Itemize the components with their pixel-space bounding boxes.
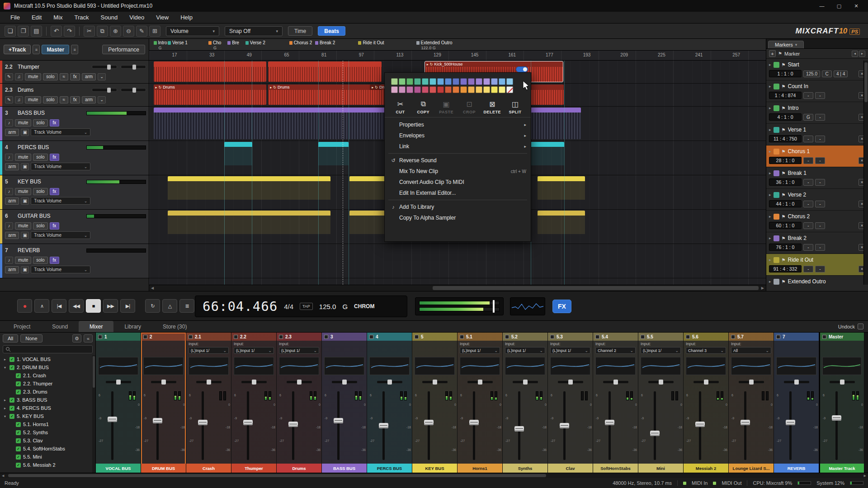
track-solo-button[interactable]: solo <box>43 73 57 80</box>
marker-value[interactable]: - <box>803 266 813 272</box>
track-fx-button[interactable]: fx <box>50 154 60 161</box>
marker-position[interactable]: 91 : 4 : 332 <box>769 265 802 272</box>
marker-row-start[interactable]: ▸⚑Start1 : 1 : 0125.0C4 | 4✕ <box>766 59 868 80</box>
checkbox-checked-icon[interactable]: ✓ <box>16 455 21 460</box>
color-swatch[interactable] <box>460 86 467 93</box>
track-solo-button[interactable]: solo <box>33 222 47 230</box>
add-track-menu-icon[interactable]: ≡ <box>33 45 40 54</box>
marker-row-verse-2[interactable]: ▸⚑Verse 244 : 1 : 0--✕ <box>766 189 868 211</box>
pan-slider[interactable] <box>241 381 267 383</box>
collapse-strip-icon[interactable] <box>279 335 283 339</box>
cut-icon[interactable]: ✂ <box>84 26 95 37</box>
tree-arrow-icon[interactable]: ▸ <box>3 398 7 402</box>
collapse-strip-icon[interactable] <box>415 335 419 339</box>
clip-loop-icon[interactable]: ↻ <box>273 85 276 89</box>
strip-name-label[interactable]: BASS BUS <box>322 464 367 473</box>
beats-mode-button[interactable]: Beats <box>318 26 345 36</box>
fader-handle[interactable] <box>560 423 569 428</box>
pan-slider[interactable] <box>377 381 402 383</box>
color-swatch[interactable] <box>491 78 498 85</box>
expand-icon[interactable]: ▸ <box>769 236 771 240</box>
timeline-marker-break-2[interactable]: Break 2 <box>315 40 335 45</box>
mixer-strip-5-4[interactable]: 5.4Input:Channel 2⌄6-9-270-18-36SoftHorn… <box>593 333 638 473</box>
collapse-strip-icon[interactable] <box>550 335 554 339</box>
chevron-down-icon[interactable]: ⌄ <box>98 96 106 103</box>
color-swatch[interactable] <box>483 86 490 93</box>
markers-tab[interactable]: Markers▾ <box>768 41 804 48</box>
collapse-strip-icon[interactable] <box>460 335 464 339</box>
no-color-swatch[interactable] <box>506 86 513 93</box>
display-mode-label[interactable]: CHROM <box>354 303 374 310</box>
maximize-button[interactable]: ▢ <box>831 1 847 10</box>
track-row-key-bus[interactable]: 5KEY BUS♪mutesolofxarm▣Track Volume⌄ <box>0 175 149 210</box>
eq-display[interactable] <box>369 357 410 375</box>
automation-button[interactable]: ≈ <box>60 96 69 103</box>
pan-slider[interactable] <box>106 381 131 383</box>
strip-name-label[interactable]: Drums <box>277 464 321 473</box>
color-swatch[interactable] <box>499 78 505 85</box>
color-swatch[interactable] <box>453 86 459 93</box>
marker-position[interactable]: 76 : 1 : 0 <box>769 244 802 251</box>
color-swatch[interactable] <box>460 78 467 85</box>
strip-name-label[interactable]: Clav <box>548 464 593 473</box>
checkbox-checked-icon[interactable]: ✓ <box>16 389 21 394</box>
mixer-strip-2-1[interactable]: 2.1Input:(L)Input 1/⌄6-9-270-18-36Crash <box>186 333 231 473</box>
audio-clip[interactable] <box>168 211 330 242</box>
strip-name-label[interactable]: Mini <box>638 464 683 473</box>
mixer-strip-3[interactable]: 36-9-270-18-36BASS BUS <box>322 333 367 473</box>
track-arm-button[interactable]: arm <box>5 163 19 170</box>
eq-display[interactable] <box>234 357 274 375</box>
track-fx-button[interactable]: fx <box>50 119 60 127</box>
eq-display[interactable] <box>641 357 681 375</box>
master-menu-icon[interactable]: ≡ <box>71 45 78 54</box>
tree-item-5-6-messiah-2[interactable]: ✓5.6. Messiah 2 <box>0 461 95 469</box>
color-swatch[interactable] <box>406 86 413 93</box>
tree-arrow-icon[interactable]: ▸ <box>3 406 7 410</box>
track-row-thumper[interactable]: 2.2Thumper✎♫mutesolo≈fxarm⌄ <box>0 61 149 84</box>
marker-row-break-1[interactable]: ▸⚑Break 136 : 1 : 0--✕ <box>766 167 868 189</box>
marker-value[interactable]: - <box>815 244 825 251</box>
tree-item-5-2-synths[interactable]: ✓5.2. Synths <box>0 428 95 436</box>
pan-slider[interactable] <box>513 381 538 383</box>
fader-handle[interactable] <box>832 415 841 421</box>
mixer-strip-5[interactable]: 56-9-270-18-36KEY BUS <box>412 333 458 473</box>
scroll-left-icon[interactable]: ◀ <box>0 473 6 478</box>
color-swatch[interactable] <box>499 86 505 93</box>
redo-icon[interactable]: ↷ <box>64 26 75 37</box>
mixer-strip-2-2[interactable]: 2.2Input:(L)Input 1/⌄6-9-270-18-36Thumpe… <box>231 333 277 473</box>
marker-prev-icon[interactable]: ◂ <box>852 51 858 57</box>
fader-handle[interactable] <box>288 422 298 427</box>
collapse-strip-icon[interactable] <box>822 335 826 339</box>
timeline-marker-bre[interactable]: Bre <box>227 40 239 45</box>
performance-button[interactable]: Performance <box>102 45 145 54</box>
pan-slider[interactable] <box>151 381 176 383</box>
metronome-button[interactable]: △ <box>162 299 177 313</box>
color-swatch[interactable] <box>476 86 482 93</box>
audio-clip[interactable] <box>318 142 349 174</box>
fader-handle[interactable] <box>695 422 705 427</box>
track-automation-dropdown[interactable]: Track Volume⌄ <box>31 197 90 205</box>
track-automation-dropdown[interactable]: Track Volume⌄ <box>31 128 90 136</box>
expand-icon[interactable]: ▸ <box>769 62 771 67</box>
marker-value[interactable]: G <box>803 114 813 121</box>
timeline-vscrollbar[interactable] <box>863 61 868 285</box>
search-input[interactable] <box>3 345 93 353</box>
timeline-marker-cho[interactable]: ChoG <box>208 40 221 45</box>
browser-scrollbar[interactable] <box>92 355 95 473</box>
track-mute-button[interactable]: mute <box>15 188 31 195</box>
volume-dropdown[interactable]: Volume▾ <box>166 26 219 36</box>
track-solo-button[interactable]: solo <box>33 188 47 195</box>
marker-value[interactable]: - <box>815 266 825 272</box>
lock-icon[interactable]: ▣ <box>21 163 29 170</box>
tree-item-1-vocal-bus[interactable]: ▸✓1. VOCAL BUS <box>0 355 95 363</box>
marker-row-ride-it-out[interactable]: ▸⚑Ride it Out91 : 4 : 332--✕ <box>766 254 868 276</box>
marker-row-verse-1[interactable]: ▸⚑Verse 111 : 4 : 750--✕ <box>766 124 868 145</box>
eq-display[interactable] <box>143 357 184 375</box>
monitor-icon[interactable]: ♫ <box>15 96 23 103</box>
playhead[interactable] <box>343 61 343 285</box>
mixer-strip-5-1[interactable]: 5.1Input:(L)Input 1/⌄6-9-270-18-36Horns1 <box>458 333 503 473</box>
track-automation-dropdown[interactable]: Track Volume⌄ <box>31 231 90 239</box>
marker-row-intro[interactable]: ▸⚑Intro4 : 1 : 0G-✕ <box>766 102 868 124</box>
strip-name-label[interactable]: Thumper <box>231 464 276 473</box>
collapse-strip-icon[interactable] <box>686 335 690 339</box>
